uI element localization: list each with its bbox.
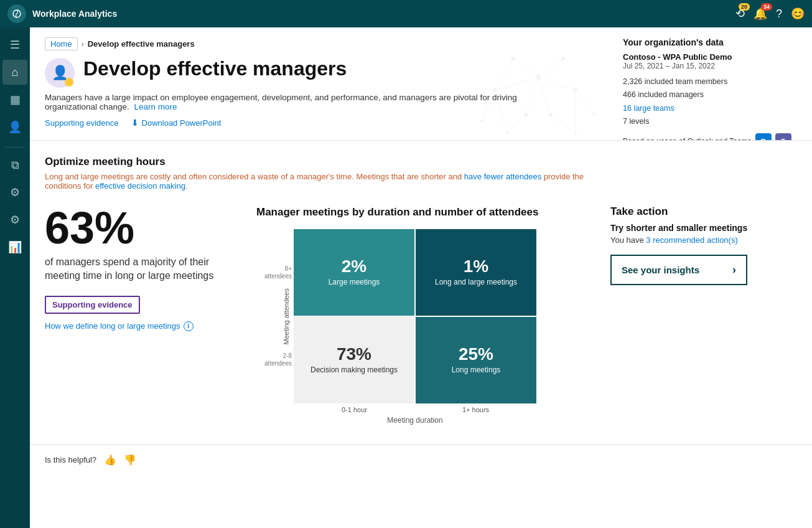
main-content: Home › Develop effective managers 👤 ⚡ De…: [30, 27, 812, 528]
sidebar-menu-toggle[interactable]: ☰: [2, 32, 27, 57]
org-data-panel: Your organization's data Contoso - WPA P…: [623, 37, 797, 141]
download-icon: ⬇: [131, 118, 139, 128]
org-data-stats: 2,326 included team members 466 included…: [623, 75, 797, 128]
top-nav-icons: ⟲ 20 🔔 34 ? 😊: [735, 7, 805, 21]
cell-br-label: Long meetings: [452, 365, 501, 375]
sidebar-item-reports[interactable]: 📊: [2, 235, 27, 260]
thumbs-up-button[interactable]: 👍: [104, 454, 116, 466]
org-data-managers: 466 included managers: [623, 88, 797, 101]
see-insights-button[interactable]: See your insights ›: [610, 255, 747, 285]
svg-point-10: [506, 132, 508, 134]
header-supporting-evidence-link[interactable]: Supporting evidence: [45, 118, 119, 128]
matrix-chart: 8+ attendees 2-8 attendees Meeting atten…: [294, 229, 598, 425]
x-axis-title: Meeting duration: [294, 416, 536, 425]
matrix-cell-top-left: 2% Large meetings: [294, 229, 414, 316]
supporting-evidence-button[interactable]: Supporting evidence: [45, 296, 140, 314]
sidebar-divider-1: [5, 147, 25, 148]
svg-point-9: [593, 113, 595, 116]
page-icon-badge: ⚡: [65, 78, 73, 87]
app-title: Workplace Analytics: [32, 9, 735, 19]
thumbs-down-button[interactable]: 👎: [124, 454, 136, 466]
cell-tr-pct: 1%: [464, 258, 488, 275]
y-axis-label-container: Meeting attendees: [282, 229, 290, 403]
message-badge: 34: [761, 3, 772, 11]
org-data-dates: Jul 25, 2021 – Jan 15, 2022: [623, 62, 797, 70]
org-data-team-members: 2,326 included team members: [623, 75, 797, 88]
sidebar-item-settings1[interactable]: ⚙: [2, 180, 27, 205]
page-title: Develop effective managers: [83, 58, 347, 80]
sidebar-item-home[interactable]: ⌂: [2, 60, 27, 85]
download-powerpoint-link[interactable]: ⬇ Download PowerPoint: [131, 118, 222, 128]
cell-tl-pct: 2%: [342, 258, 366, 275]
org-data-levels: 7 levels: [623, 115, 797, 128]
stat-column: 63% of managers spend a majority of thei…: [45, 205, 244, 331]
matrix-grid: 2% Large meetings 1% Long and large meet…: [294, 229, 536, 403]
sidebar-item-person[interactable]: 👤: [2, 115, 27, 139]
teams-icon: T: [775, 133, 791, 141]
stat-description: of managers spend a majority of their me…: [45, 255, 244, 283]
cell-tl-label: Large meetings: [329, 278, 380, 288]
breadcrumb-separator: ›: [82, 40, 84, 49]
see-insights-arrow: ›: [732, 263, 736, 276]
org-data-based-on-label: Based on usage of Outlook and Teams: [623, 137, 752, 141]
see-insights-label: See your insights: [622, 265, 699, 275]
content-section: Optimize meeting hours Long and large me…: [30, 141, 812, 445]
info-icon: i: [184, 321, 194, 331]
try-shorter-label: Try shorter and smaller meetings: [610, 223, 797, 233]
outlook-icon: O: [755, 133, 772, 141]
footer-bar: Is this helpful? 👍 👎: [30, 445, 812, 474]
svg-point-4: [493, 88, 497, 92]
org-data-company: Contoso - WPA Public Demo: [623, 52, 797, 62]
x-label-0-1: 0-1 hour: [294, 406, 415, 413]
action-column: Take action Try shorter and smaller meet…: [610, 205, 797, 285]
cell-bl-label: Decision making meetings: [310, 365, 398, 375]
svg-point-7: [549, 113, 553, 116]
org-data-large-teams: 16 large teams: [623, 102, 797, 115]
page-icon: 👤 ⚡: [45, 58, 75, 88]
big-stat: 63%: [45, 205, 244, 250]
matrix-cell-bottom-right: 25% Long meetings: [416, 317, 536, 403]
org-data-title: Your organization's data: [623, 37, 797, 47]
x-label-1-plus: 1+ hours: [415, 406, 536, 413]
cell-br-pct: 25%: [459, 346, 493, 363]
breadcrumb-home[interactable]: Home: [45, 37, 78, 50]
three-column-layout: 63% of managers spend a majority of thei…: [45, 205, 797, 425]
take-action-title: Take action: [610, 205, 797, 218]
section-subtitle: Long and large meetings are costly and o…: [45, 172, 605, 191]
helpful-label: Is this helpful?: [45, 455, 96, 464]
svg-point-6: [524, 113, 528, 116]
cell-tr-label: Long and large meetings: [435, 278, 517, 288]
chart-column: Manager meetings by duration and number …: [256, 205, 598, 425]
help-button[interactable]: ?: [776, 7, 782, 21]
y-axis-label: Meeting attendees: [282, 288, 290, 345]
top-navigation: Workplace Analytics ⟲ 20 🔔 34 ? 😊: [0, 0, 812, 27]
breadcrumb-current: Develop effective managers: [88, 39, 195, 49]
cell-bl-pct: 73%: [337, 346, 371, 363]
sidebar-item-chart[interactable]: ▦: [2, 87, 27, 112]
recommended-text: You have 3 recommended action(s): [610, 235, 797, 245]
app-logo: [7, 4, 26, 23]
svg-line-21: [576, 90, 594, 115]
svg-point-11: [574, 132, 577, 134]
messages-button[interactable]: 🔔 34: [754, 7, 767, 21]
x-axis-labels: 0-1 hour 1+ hours: [294, 406, 536, 413]
profile-button[interactable]: 😊: [791, 7, 805, 21]
matrix-cell-bottom-left: 73% Decision making meetings: [294, 317, 414, 403]
page-description: Managers have a large impact on employee…: [45, 93, 530, 111]
header-section: Home › Develop effective managers 👤 ⚡ De…: [30, 27, 812, 141]
section-title: Optimize meeting hours: [45, 156, 797, 168]
notification-badge: 20: [739, 3, 750, 11]
svg-point-5: [574, 88, 577, 92]
notifications-button[interactable]: ⟲ 20: [735, 7, 745, 21]
matrix-cell-top-right: 1% Long and large meetings: [416, 229, 536, 316]
sidebar: ☰ ⌂ ▦ 👤 ⧉ ⚙ ⚙ 📊: [0, 27, 30, 528]
learn-more-link[interactable]: Learn more: [134, 102, 177, 111]
org-data-footer: Based on usage of Outlook and Teams O T: [623, 133, 797, 141]
chart-title: Manager meetings by duration and number …: [256, 205, 598, 219]
definition-link[interactable]: How we define long or large meetings i: [45, 321, 244, 331]
sidebar-item-settings2[interactable]: ⚙: [2, 207, 27, 232]
sidebar-item-copy[interactable]: ⧉: [2, 153, 27, 177]
